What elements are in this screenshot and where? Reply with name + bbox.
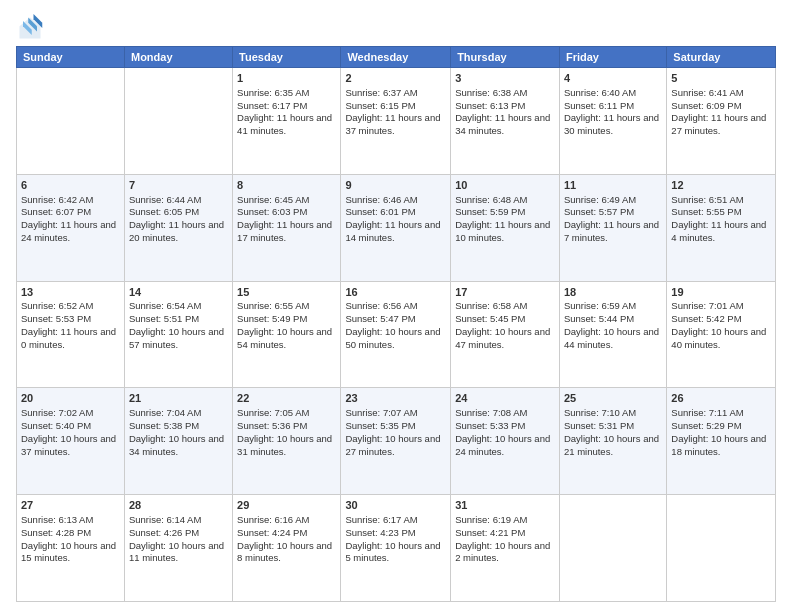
sunset-text: Sunset: 5:45 PM xyxy=(455,313,555,326)
daylight-text: Daylight: 11 hours and 41 minutes. xyxy=(237,112,336,138)
sunset-text: Sunset: 5:29 PM xyxy=(671,420,771,433)
sunset-text: Sunset: 6:15 PM xyxy=(345,100,446,113)
day-number: 4 xyxy=(564,71,662,86)
sunset-text: Sunset: 5:51 PM xyxy=(129,313,228,326)
calendar-cell: 22Sunrise: 7:05 AMSunset: 5:36 PMDayligh… xyxy=(233,388,341,495)
calendar-cell: 9Sunrise: 6:46 AMSunset: 6:01 PMDaylight… xyxy=(341,174,451,281)
sunrise-text: Sunrise: 6:48 AM xyxy=(455,194,555,207)
day-number: 31 xyxy=(455,498,555,513)
calendar-cell: 11Sunrise: 6:49 AMSunset: 5:57 PMDayligh… xyxy=(559,174,666,281)
day-number: 8 xyxy=(237,178,336,193)
day-number: 25 xyxy=(564,391,662,406)
daylight-text: Daylight: 10 hours and 8 minutes. xyxy=(237,540,336,566)
weekday-header-friday: Friday xyxy=(559,47,666,68)
logo-icon xyxy=(16,14,44,42)
day-number: 22 xyxy=(237,391,336,406)
calendar-cell: 27Sunrise: 6:13 AMSunset: 4:28 PMDayligh… xyxy=(17,495,125,602)
sunset-text: Sunset: 6:03 PM xyxy=(237,206,336,219)
calendar-cell: 20Sunrise: 7:02 AMSunset: 5:40 PMDayligh… xyxy=(17,388,125,495)
sunset-text: Sunset: 4:21 PM xyxy=(455,527,555,540)
calendar-cell: 4Sunrise: 6:40 AMSunset: 6:11 PMDaylight… xyxy=(559,68,666,175)
logo xyxy=(16,14,46,42)
sunset-text: Sunset: 5:35 PM xyxy=(345,420,446,433)
sunset-text: Sunset: 6:13 PM xyxy=(455,100,555,113)
week-row-1: 1Sunrise: 6:35 AMSunset: 6:17 PMDaylight… xyxy=(17,68,776,175)
weekday-header-saturday: Saturday xyxy=(667,47,776,68)
day-number: 20 xyxy=(21,391,120,406)
calendar-cell: 19Sunrise: 7:01 AMSunset: 5:42 PMDayligh… xyxy=(667,281,776,388)
sunset-text: Sunset: 6:05 PM xyxy=(129,206,228,219)
day-number: 10 xyxy=(455,178,555,193)
day-number: 14 xyxy=(129,285,228,300)
daylight-text: Daylight: 11 hours and 30 minutes. xyxy=(564,112,662,138)
sunset-text: Sunset: 4:28 PM xyxy=(21,527,120,540)
sunrise-text: Sunrise: 6:13 AM xyxy=(21,514,120,527)
sunrise-text: Sunrise: 6:17 AM xyxy=(345,514,446,527)
daylight-text: Daylight: 10 hours and 27 minutes. xyxy=(345,433,446,459)
day-number: 29 xyxy=(237,498,336,513)
weekday-header-thursday: Thursday xyxy=(451,47,560,68)
sunrise-text: Sunrise: 6:19 AM xyxy=(455,514,555,527)
sunrise-text: Sunrise: 6:35 AM xyxy=(237,87,336,100)
day-number: 30 xyxy=(345,498,446,513)
sunset-text: Sunset: 5:31 PM xyxy=(564,420,662,433)
day-number: 7 xyxy=(129,178,228,193)
sunset-text: Sunset: 5:57 PM xyxy=(564,206,662,219)
sunset-text: Sunset: 5:38 PM xyxy=(129,420,228,433)
sunrise-text: Sunrise: 6:45 AM xyxy=(237,194,336,207)
daylight-text: Daylight: 10 hours and 31 minutes. xyxy=(237,433,336,459)
daylight-text: Daylight: 10 hours and 24 minutes. xyxy=(455,433,555,459)
sunset-text: Sunset: 4:24 PM xyxy=(237,527,336,540)
day-number: 1 xyxy=(237,71,336,86)
sunset-text: Sunset: 4:23 PM xyxy=(345,527,446,540)
day-number: 17 xyxy=(455,285,555,300)
sunset-text: Sunset: 5:40 PM xyxy=(21,420,120,433)
day-number: 28 xyxy=(129,498,228,513)
daylight-text: Daylight: 10 hours and 21 minutes. xyxy=(564,433,662,459)
calendar-cell: 29Sunrise: 6:16 AMSunset: 4:24 PMDayligh… xyxy=(233,495,341,602)
calendar-cell: 30Sunrise: 6:17 AMSunset: 4:23 PMDayligh… xyxy=(341,495,451,602)
week-row-5: 27Sunrise: 6:13 AMSunset: 4:28 PMDayligh… xyxy=(17,495,776,602)
daylight-text: Daylight: 11 hours and 37 minutes. xyxy=(345,112,446,138)
calendar-cell xyxy=(667,495,776,602)
sunrise-text: Sunrise: 7:02 AM xyxy=(21,407,120,420)
weekday-header-wednesday: Wednesday xyxy=(341,47,451,68)
daylight-text: Daylight: 10 hours and 34 minutes. xyxy=(129,433,228,459)
day-number: 21 xyxy=(129,391,228,406)
daylight-text: Daylight: 10 hours and 40 minutes. xyxy=(671,326,771,352)
sunrise-text: Sunrise: 6:37 AM xyxy=(345,87,446,100)
sunset-text: Sunset: 4:26 PM xyxy=(129,527,228,540)
calendar-cell: 18Sunrise: 6:59 AMSunset: 5:44 PMDayligh… xyxy=(559,281,666,388)
sunrise-text: Sunrise: 7:01 AM xyxy=(671,300,771,313)
weekday-header-monday: Monday xyxy=(124,47,232,68)
sunrise-text: Sunrise: 6:46 AM xyxy=(345,194,446,207)
calendar-cell: 10Sunrise: 6:48 AMSunset: 5:59 PMDayligh… xyxy=(451,174,560,281)
sunrise-text: Sunrise: 6:44 AM xyxy=(129,194,228,207)
daylight-text: Daylight: 10 hours and 2 minutes. xyxy=(455,540,555,566)
daylight-text: Daylight: 11 hours and 0 minutes. xyxy=(21,326,120,352)
sunrise-text: Sunrise: 6:41 AM xyxy=(671,87,771,100)
daylight-text: Daylight: 11 hours and 4 minutes. xyxy=(671,219,771,245)
calendar: SundayMondayTuesdayWednesdayThursdayFrid… xyxy=(16,46,776,602)
daylight-text: Daylight: 10 hours and 18 minutes. xyxy=(671,433,771,459)
day-number: 5 xyxy=(671,71,771,86)
calendar-cell: 17Sunrise: 6:58 AMSunset: 5:45 PMDayligh… xyxy=(451,281,560,388)
sunset-text: Sunset: 6:07 PM xyxy=(21,206,120,219)
calendar-cell: 31Sunrise: 6:19 AMSunset: 4:21 PMDayligh… xyxy=(451,495,560,602)
sunset-text: Sunset: 6:11 PM xyxy=(564,100,662,113)
header xyxy=(16,10,776,42)
daylight-text: Daylight: 10 hours and 50 minutes. xyxy=(345,326,446,352)
sunrise-text: Sunrise: 6:58 AM xyxy=(455,300,555,313)
day-number: 9 xyxy=(345,178,446,193)
day-number: 2 xyxy=(345,71,446,86)
calendar-cell: 24Sunrise: 7:08 AMSunset: 5:33 PMDayligh… xyxy=(451,388,560,495)
daylight-text: Daylight: 11 hours and 14 minutes. xyxy=(345,219,446,245)
calendar-cell xyxy=(559,495,666,602)
sunrise-text: Sunrise: 6:38 AM xyxy=(455,87,555,100)
sunset-text: Sunset: 5:33 PM xyxy=(455,420,555,433)
sunset-text: Sunset: 5:44 PM xyxy=(564,313,662,326)
day-number: 19 xyxy=(671,285,771,300)
calendar-cell: 16Sunrise: 6:56 AMSunset: 5:47 PMDayligh… xyxy=(341,281,451,388)
sunrise-text: Sunrise: 7:10 AM xyxy=(564,407,662,420)
daylight-text: Daylight: 11 hours and 10 minutes. xyxy=(455,219,555,245)
